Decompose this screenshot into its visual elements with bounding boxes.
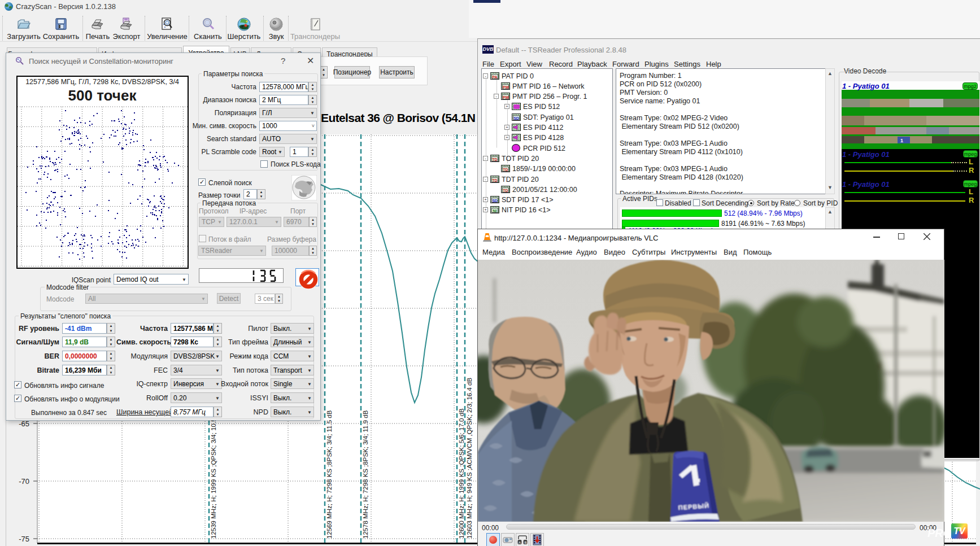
svg-text:-75: -75 [19, 535, 29, 543]
svg-text:12578 MHz; H; 7298 KS ;8PSK; 3: 12578 MHz; H; 7298 KS ;8PSK; 3/4; 11.9 d… [362, 410, 369, 539]
svg-text:A: A [519, 541, 521, 544]
svg-text:12569 MHz; H; 7298 KS ;8PSK; 3: 12569 MHz; H; 7298 KS ;8PSK; 3/4; 11.5 d… [326, 410, 333, 539]
svg-text:12603 MHz; H; 949 KS ;ACM/VCM: 12603 MHz; H; 949 KS ;ACM/VCM ,QPSK; 2/3… [466, 378, 473, 539]
svg-text:12539 MHz; H; 1999 KS ;QPSK; 3: 12539 MHz; H; 1999 KS ;QPSK; 3/4; 10.5 d… [210, 408, 217, 539]
svg-text:B: B [525, 541, 527, 544]
svg-text:-65: -65 [19, 420, 29, 428]
svg-text:12600 MHz; H; 1999 KS ;QPSK; 5: 12600 MHz; H; 1999 KS ;QPSK; 5/6; 17.0 d… [458, 408, 465, 539]
svg-text:1: 1 [900, 138, 903, 143]
svg-text:-70: -70 [19, 477, 29, 486]
